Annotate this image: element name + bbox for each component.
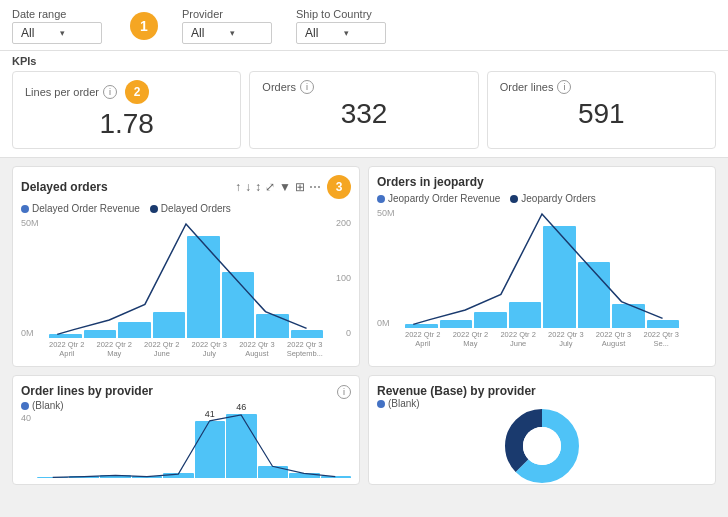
bar-label-46: 46 [236, 402, 246, 412]
delayed-y-labels-left: 50M 0M [21, 218, 49, 338]
kpi-section: KPIs Lines per order i 2 1.78 Orders i 3… [0, 51, 728, 158]
order-lines-provider-title: Order lines by provider [21, 384, 153, 398]
delayed-orders-toolbar: ↑ ↓ ↕ ⤢ ▼ ⊞ ⋯ 3 [235, 175, 351, 199]
bottom-charts-row: Order lines by provider i (Blank) 40 41 [0, 375, 728, 493]
ship-to-country-label: Ship to Country [296, 8, 386, 20]
more-icon[interactable]: ⋯ [309, 180, 321, 194]
legend-order-lines-blank: (Blank) [21, 400, 64, 411]
ship-to-country-chevron-icon: ▾ [344, 28, 377, 38]
legend-jeopardy-revenue: Jeopardy Order Revenue [377, 193, 500, 204]
legend-dot-revenue-blank [377, 400, 385, 408]
legend-delayed-revenue: Delayed Order Revenue [21, 203, 140, 214]
kpi-card-title-order-lines: Order lines i [500, 80, 703, 94]
svg-point-2 [523, 427, 561, 465]
top-filters-bar: Date range All ▾ 1 Provider All ▾ Ship t… [0, 0, 728, 51]
delayed-line-overlay [49, 218, 323, 338]
ship-to-country-select[interactable]: All ▾ [296, 22, 386, 44]
delayed-x-labels: 2022 Qtr 2April 2022 Qtr 2May 2022 Qtr 2… [49, 338, 323, 358]
date-range-value: All [21, 26, 54, 40]
kpi-value-order-lines: 591 [500, 98, 703, 130]
kpi-card-lines-per-order: Lines per order i 2 1.78 [12, 71, 241, 149]
delayed-orders-legend: Delayed Order Revenue Delayed Orders [21, 203, 351, 214]
sort-desc-icon[interactable]: ↓ [245, 180, 251, 194]
badge-2: 2 [125, 80, 149, 104]
date-range-label: Date range [12, 8, 102, 20]
jeopardy-line-overlay [405, 208, 679, 328]
kpi-card-order-lines: Order lines i 591 [487, 71, 716, 149]
jeopardy-orders-legend: Jeopardy Order Revenue Jeopardy Orders [377, 193, 707, 204]
legend-dot-delayed-revenue [21, 205, 29, 213]
charts-row: Delayed orders ↑ ↓ ↕ ⤢ ▼ ⊞ ⋯ 3 Delayed O… [0, 158, 728, 375]
info-icon-orders[interactable]: i [300, 80, 314, 94]
ship-to-country-filter: Ship to Country All ▾ [296, 8, 386, 44]
delayed-orders-chart-area: 50M 0M 200 100 0 [21, 218, 351, 358]
kpi-card-title-orders: Orders i [262, 80, 465, 94]
delayed-orders-chart: Delayed orders ↑ ↓ ↕ ⤢ ▼ ⊞ ⋯ 3 Delayed O… [12, 166, 360, 367]
legend-jeopardy-orders: Jeopardy Orders [510, 193, 595, 204]
legend-dot-jeopardy-orders [510, 195, 518, 203]
kpi-value-lines: 1.78 [25, 108, 228, 140]
order-lines-line [37, 413, 351, 478]
date-range-select[interactable]: All ▾ [12, 22, 102, 44]
jeopardy-x-labels: 2022 Qtr 2April 2022 Qtr 2May 2022 Qtr 2… [405, 328, 679, 348]
donut-chart [502, 406, 582, 485]
provider-label: Provider [182, 8, 272, 20]
provider-chevron-icon: ▾ [230, 28, 263, 38]
order-lines-bars: 41 46 [21, 413, 351, 478]
provider-filter: Provider All ▾ [182, 8, 272, 44]
kpi-card-title-lines: Lines per order i 2 [25, 80, 228, 104]
date-range-filter: Date range All ▾ [12, 8, 102, 44]
sort-asc-icon[interactable]: ↑ [235, 180, 241, 194]
jeopardy-y-labels-left: 50M 0M [377, 208, 405, 328]
revenue-provider-chart: Revenue (Base) by provider (Blank) [368, 375, 716, 485]
kpi-cards-container: Lines per order i 2 1.78 Orders i 332 Or… [12, 71, 716, 149]
legend-revenue-blank: (Blank) [377, 398, 420, 409]
jeopardy-orders-chart: Orders in jeopardy Jeopardy Order Revenu… [368, 166, 716, 367]
info-icon-order-lines[interactable]: i [557, 80, 571, 94]
order-lines-provider-chart: Order lines by provider i (Blank) 40 41 [12, 375, 360, 485]
expand-icon[interactable]: ⤢ [265, 180, 275, 194]
info-icon-lines[interactable]: i [103, 85, 117, 99]
kpi-section-label: KPIs [12, 55, 716, 67]
revenue-provider-title: Revenue (Base) by provider [377, 384, 536, 398]
kpi-value-orders: 332 [262, 98, 465, 130]
jeopardy-orders-title: Orders in jeopardy [377, 175, 484, 189]
order-lines-provider-legend: (Blank) [21, 400, 351, 411]
delayed-orders-header: Delayed orders ↑ ↓ ↕ ⤢ ▼ ⊞ ⋯ 3 [21, 175, 351, 199]
provider-value: All [191, 26, 224, 40]
badge-1: 1 [130, 12, 158, 40]
legend-dot-jeopardy-revenue [377, 195, 385, 203]
badge-3: 3 [327, 175, 351, 199]
legend-dot-order-lines-blank [21, 402, 29, 410]
date-range-chevron-icon: ▾ [60, 28, 93, 38]
legend-dot-delayed-orders [150, 205, 158, 213]
info-icon-order-lines-provider[interactable]: i [337, 385, 351, 399]
donut-chart-container [377, 411, 707, 481]
delayed-y-labels-right: 200 100 0 [323, 218, 351, 338]
delayed-bars-inner [49, 218, 323, 338]
table-icon[interactable]: ⊞ [295, 180, 305, 194]
delayed-orders-title: Delayed orders [21, 180, 108, 194]
jeopardy-bars-inner [405, 208, 679, 328]
kpi-card-orders: Orders i 332 [249, 71, 478, 149]
sort-both-icon[interactable]: ↕ [255, 180, 261, 194]
filter-icon[interactable]: ▼ [279, 180, 291, 194]
y-axis-40: 40 [21, 413, 31, 423]
ship-to-country-value: All [305, 26, 338, 40]
provider-select[interactable]: All ▾ [182, 22, 272, 44]
jeopardy-orders-chart-area: 50M 0M 2022 [377, 208, 707, 348]
legend-delayed-orders: Delayed Orders [150, 203, 231, 214]
jeopardy-orders-header: Orders in jeopardy [377, 175, 707, 189]
order-lines-bars-area: 40 41 46 [21, 413, 351, 478]
